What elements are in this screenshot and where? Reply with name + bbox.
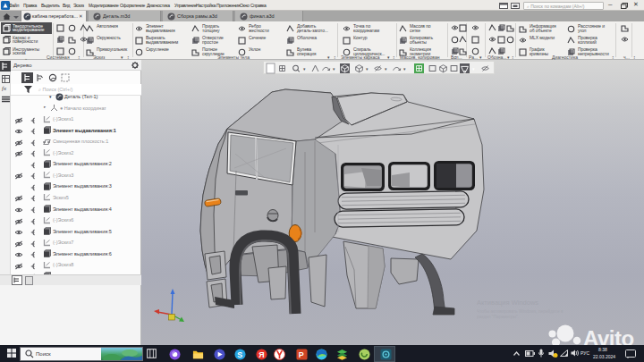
svg-text:S: S bbox=[237, 350, 242, 359]
svg-text:Чтобы активировать Windows, пе: Чтобы активировать Windows, перейдите в bbox=[477, 308, 564, 314]
svg-text:раздел "Параметры".: раздел "Параметры". bbox=[477, 315, 519, 319]
svg-text:Я: Я bbox=[258, 350, 264, 359]
svg-text:Активация Windows: Активация Windows bbox=[477, 299, 538, 307]
svg-text:P: P bbox=[299, 350, 304, 359]
